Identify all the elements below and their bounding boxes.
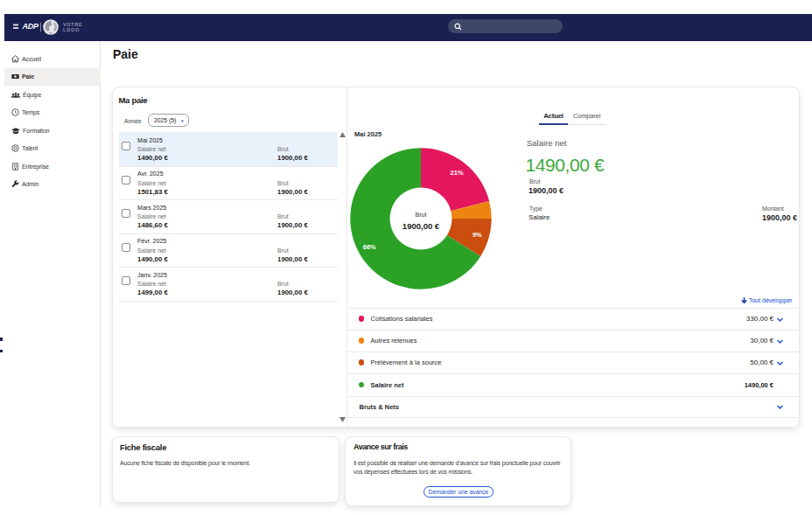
svg-text:1900,00 €: 1900,00 € bbox=[402, 221, 440, 231]
svg-text:66%: 66% bbox=[363, 242, 376, 250]
svg-text:Brut: Brut bbox=[416, 212, 427, 218]
svg-text:21%: 21% bbox=[451, 168, 464, 176]
svg-text:9%: 9% bbox=[472, 231, 482, 239]
